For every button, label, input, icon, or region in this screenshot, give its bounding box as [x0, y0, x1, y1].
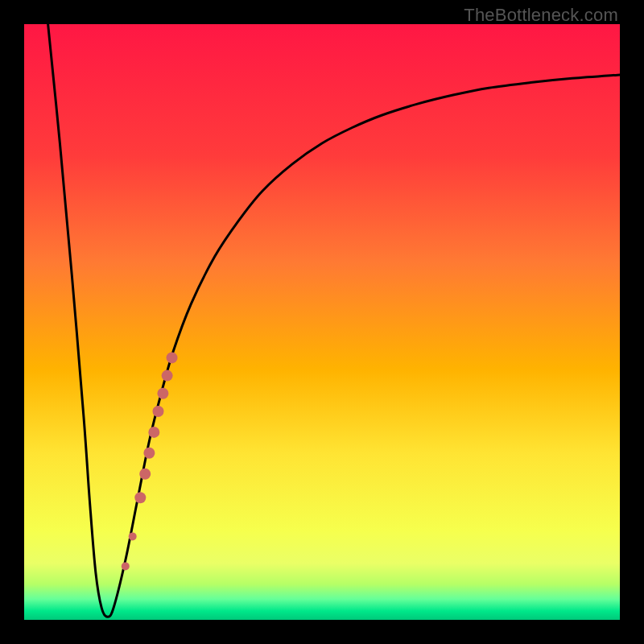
scatter-point [122, 562, 130, 570]
scatter-point [134, 492, 146, 503]
scatter-point [157, 388, 168, 399]
scatter-point [153, 406, 164, 417]
plot-area [24, 24, 620, 620]
bottleneck-curve [48, 24, 620, 617]
scatter-point [148, 427, 159, 438]
chart-frame: TheBottleneck.com [0, 0, 644, 644]
watermark-text: TheBottleneck.com [464, 5, 618, 26]
scatter-point [129, 532, 137, 540]
scatter-point [167, 352, 178, 363]
scatter-point [162, 370, 173, 382]
scatter-point [143, 448, 155, 459]
chart-svg [24, 24, 620, 620]
highlight-scatter [122, 352, 178, 570]
scatter-point [139, 469, 151, 480]
